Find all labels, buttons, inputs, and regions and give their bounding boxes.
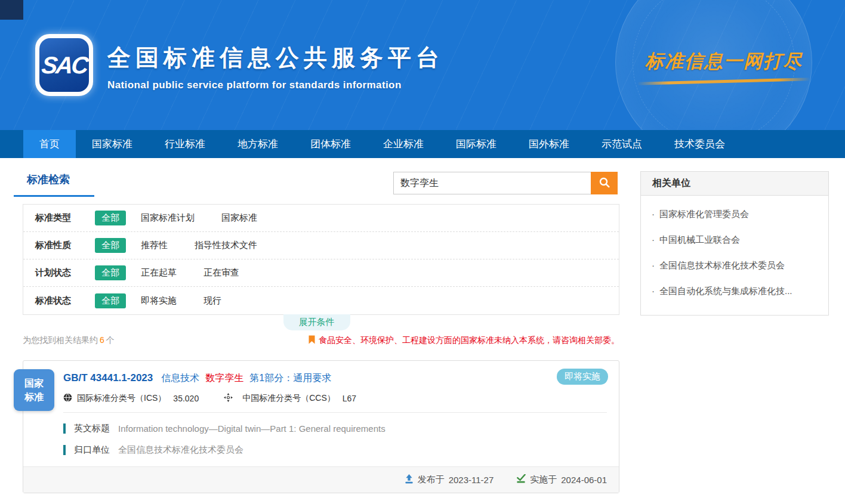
site-subtitle: National public service platform for sta… — [107, 79, 444, 91]
nav-item-foreign-standards[interactable]: 国外标准 — [513, 130, 585, 158]
filter-label: 标准状态 — [35, 295, 95, 307]
filter-option-all[interactable]: 全部 — [95, 211, 126, 225]
filter-row-standard-nature: 标准性质 全部 推荐性 指导性技术文件 — [23, 232, 619, 259]
sac-logo[interactable]: SAC — [35, 34, 93, 96]
related-unit-link[interactable]: 中国机械工业联合会 — [652, 227, 818, 253]
expand-conditions-button[interactable]: 展开条件 — [283, 314, 350, 330]
published-date: 2023-11-27 — [449, 475, 494, 485]
search-button[interactable] — [591, 172, 618, 194]
filter-panel: 标准类型 全部 国家标准计划 国家标准 标准性质 全部 推荐性 指导性技术文件 … — [23, 204, 619, 315]
site-title: 全国标准信息公共服务平台 — [107, 42, 444, 74]
filter-option-all[interactable]: 全部 — [95, 238, 126, 253]
filter-label: 标准类型 — [35, 212, 95, 224]
site-banner: SAC 全国标准信息公共服务平台 National public service… — [0, 0, 845, 130]
standard-title-part[interactable]: 第1部分：通用要求 — [249, 373, 331, 383]
main-nav: 首页 国家标准 行业标准 地方标准 团体标准 企业标准 国际标准 国外标准 示范… — [0, 130, 845, 158]
section-title-standard-search: 标准检索 — [14, 171, 94, 197]
standard-title-part[interactable]: 信息技术 — [161, 373, 199, 383]
search-input[interactable] — [393, 172, 591, 194]
published-date-item: 发布于 2023-11-27 — [405, 474, 494, 486]
filter-option-all[interactable]: 全部 — [95, 265, 126, 280]
nav-item-group-standards[interactable]: 团体标准 — [294, 130, 367, 158]
nav-item-home[interactable]: 首页 — [23, 130, 76, 158]
implemented-date-item: 实施于 2024-06-01 — [516, 474, 607, 486]
filter-row-plan-status: 计划状态 全部 正在起草 正在审查 — [23, 259, 619, 287]
filter-option[interactable]: 国家标准 — [221, 212, 257, 224]
system-notice: 食品安全、环境保护、工程建设方面的国家标准未纳入本系统，请咨询相关部委。 — [309, 335, 619, 346]
standard-type-badge: 国家 标准 — [14, 369, 54, 411]
search-icon — [599, 177, 610, 190]
nav-item-industry-standards[interactable]: 行业标准 — [149, 130, 221, 158]
related-units-panel: 相关单位 国家标准化管理委员会 中国机械工业联合会 全国信息技术标准化技术委员会… — [640, 171, 829, 316]
filter-option[interactable]: 指导性技术文件 — [195, 240, 257, 251]
banner-slogan: 标准信息一网打尽 — [637, 49, 810, 83]
filter-row-standard-type: 标准类型 全部 国家标准计划 国家标准 — [23, 205, 619, 232]
ccs-label: 中国标准分类号（CCS） — [242, 393, 335, 404]
divider — [63, 412, 607, 413]
row-accent-bar — [63, 423, 66, 434]
filter-option[interactable]: 现行 — [203, 295, 221, 307]
corner-decoration — [0, 0, 23, 20]
bookmark-icon — [309, 335, 319, 346]
filter-row-standard-status: 标准状态 全部 即将实施 现行 — [23, 287, 619, 314]
filter-option[interactable]: 正在审查 — [203, 267, 239, 279]
nav-item-local-standards[interactable]: 地方标准 — [221, 130, 294, 158]
ics-label: 国际标准分类号（ICS） — [77, 393, 166, 404]
implemented-date: 2024-06-01 — [561, 475, 607, 485]
english-title-row: 英文标题 Information technology—Digital twin… — [63, 423, 607, 434]
nav-item-national-standards[interactable]: 国家标准 — [76, 130, 149, 158]
ics-value: 35.020 — [173, 394, 199, 403]
implement-check-icon — [516, 474, 530, 486]
standard-title[interactable]: GB/T 43441.1-2023信息技术数字孪生第1部分：通用要求 — [63, 370, 607, 386]
nav-item-international-standards[interactable]: 国际标准 — [440, 130, 513, 158]
filter-label: 计划状态 — [35, 267, 95, 279]
standard-title-highlight[interactable]: 数字孪生 — [205, 373, 243, 383]
related-units-title: 相关单位 — [641, 172, 828, 196]
committee-row: 归口单位 全国信息技术标准化技术委员会 — [63, 444, 607, 456]
filter-option[interactable]: 国家标准计划 — [141, 212, 195, 224]
standard-result-card: 国家 标准 即将实施 GB/T 43441.1-2023信息技术数字孪生第1部分… — [23, 360, 619, 493]
nav-item-technical-committees[interactable]: 技术委员会 — [658, 130, 741, 158]
related-unit-link[interactable]: 国家标准化管理委员会 — [652, 202, 818, 227]
compass-icon — [224, 393, 238, 404]
filter-option[interactable]: 即将实施 — [141, 295, 177, 307]
publish-upload-icon — [405, 474, 418, 486]
status-badge: 即将实施 — [557, 369, 608, 385]
related-unit-link[interactable]: 全国信息技术标准化技术委员会 — [652, 253, 818, 279]
related-unit-link[interactable]: 全国自动化系统与集成标准化技... — [652, 279, 818, 304]
filter-option[interactable]: 正在起草 — [141, 267, 177, 279]
row-accent-bar — [63, 445, 66, 455]
filter-label: 标准性质 — [35, 240, 95, 251]
nav-item-pilot-demonstration[interactable]: 示范试点 — [585, 130, 658, 158]
sac-logo-text: SAC — [40, 52, 88, 79]
standard-code-link[interactable]: GB/T 43441.1-2023 — [63, 372, 153, 384]
filter-option[interactable]: 推荐性 — [141, 240, 168, 251]
card-footer: 发布于 2023-11-27 实施于 2024-06-01 — [23, 466, 619, 493]
results-count-number: 6 — [100, 335, 104, 345]
filter-option-all[interactable]: 全部 — [95, 293, 126, 308]
results-count: 为您找到相关结果约6个 — [23, 335, 115, 346]
nav-item-enterprise-standards[interactable]: 企业标准 — [367, 130, 440, 158]
globe-icon — [63, 393, 77, 404]
search-box — [393, 172, 618, 194]
ccs-value: L67 — [343, 394, 356, 403]
